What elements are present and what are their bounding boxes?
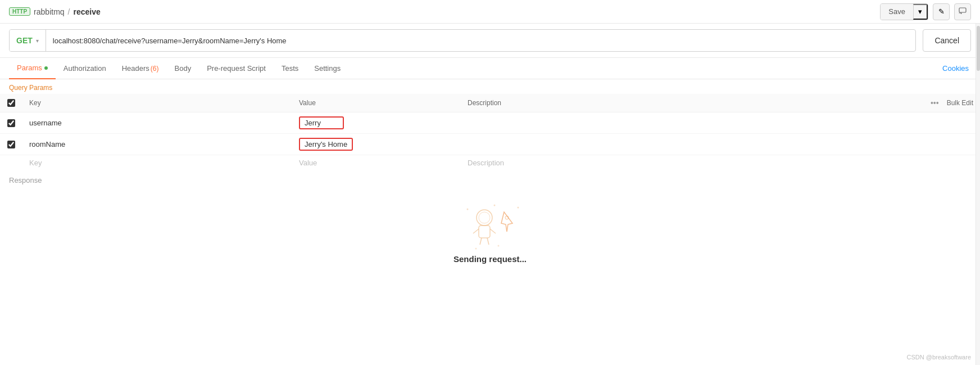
header-actions: Save ▾ ✎ <box>880 3 971 20</box>
tab-headers[interactable]: Headers (6) <box>114 58 167 79</box>
method-text: GET <box>16 36 33 45</box>
tab-pre-request[interactable]: Pre-request Script <box>199 58 274 79</box>
row2-actions-cell <box>913 134 980 155</box>
row1-check-cell <box>0 112 22 134</box>
edit-button[interactable]: ✎ <box>933 3 950 20</box>
row1-value: Jerry <box>299 116 344 129</box>
svg-line-7 <box>487 238 489 245</box>
breadcrumb: HTTP rabbitmq / receive <box>9 7 101 16</box>
col-header-key: Key <box>22 94 292 112</box>
tab-authorization-label: Authorization <box>63 64 106 73</box>
tab-headers-label: Headers <box>122 64 149 73</box>
header-bar: HTTP rabbitmq / receive Save ▾ ✎ <box>0 0 980 24</box>
tab-tests[interactable]: Tests <box>274 58 306 79</box>
headers-badge: (6) <box>151 65 159 73</box>
tab-tests-label: Tests <box>282 64 298 73</box>
table-header-row: Key Value Description ••• Bulk Edit <box>0 94 980 112</box>
query-params-label: Query Params <box>9 84 52 92</box>
footer-text: CSDN @breaksoftware <box>907 354 971 361</box>
method-select[interactable]: GET ▾ <box>10 30 46 51</box>
tab-params-label: Params <box>17 64 42 72</box>
method-arrow-icon: ▾ <box>36 38 39 44</box>
row1-desc-cell <box>461 112 913 134</box>
illustration-area <box>445 198 535 254</box>
row2-desc-cell <box>461 134 913 155</box>
svg-rect-3 <box>479 226 490 238</box>
sending-area: Sending request... <box>0 187 980 272</box>
scrollbar[interactable] <box>976 24 980 365</box>
add-param-row: Key Value Description <box>0 155 980 171</box>
response-section: Response <box>0 170 980 187</box>
add-desc-placeholder: Description <box>468 159 504 167</box>
key-column-label: Key <box>29 99 41 107</box>
project-name: rabbitmq <box>34 7 64 16</box>
svg-rect-0 <box>959 8 966 12</box>
chevron-down-icon: ▾ <box>918 7 922 16</box>
comment-button[interactable] <box>954 3 971 20</box>
svg-point-12 <box>475 248 477 250</box>
breadcrumb-separator: / <box>68 7 70 16</box>
add-value-placeholder: Value <box>299 159 317 167</box>
select-all-checkbox[interactable] <box>7 99 15 107</box>
sending-text: Sending request... <box>453 254 527 264</box>
row1-actions-cell <box>913 112 980 134</box>
sending-illustration <box>445 201 535 251</box>
svg-line-5 <box>490 229 496 233</box>
cancel-button[interactable]: Cancel <box>923 29 971 52</box>
url-input-wrapper: GET ▾ <box>9 29 916 52</box>
save-dropdown-arrow[interactable]: ▾ <box>913 4 928 20</box>
response-label: Response <box>9 176 42 184</box>
col-header-value: Value <box>292 94 461 112</box>
url-input[interactable] <box>46 37 916 45</box>
tabs-list: Params Authorization Headers (6) Body Pr… <box>9 58 348 79</box>
value-column-label: Value <box>299 99 316 107</box>
add-row-actions <box>913 155 980 171</box>
row1-checkbox[interactable] <box>7 119 15 127</box>
scrollbar-thumb[interactable] <box>977 26 980 71</box>
url-bar: GET ▾ Cancel <box>0 24 980 58</box>
endpoint-name: receive <box>73 7 100 16</box>
svg-point-13 <box>498 245 500 247</box>
row2-key: roomName <box>29 140 65 148</box>
col-header-check <box>0 94 22 112</box>
tab-body-label: Body <box>175 64 192 73</box>
three-dots-icon[interactable]: ••• <box>931 98 939 107</box>
table-row: username Jerry <box>0 112 980 134</box>
tab-pre-request-label: Pre-request Script <box>207 64 266 73</box>
params-dot-indicator <box>44 66 48 70</box>
row2-check-cell <box>0 134 22 155</box>
svg-point-9 <box>467 209 469 210</box>
params-table: Key Value Description ••• Bulk Edit <box>0 94 980 170</box>
cookies-link[interactable]: Cookies <box>942 64 971 73</box>
svg-point-10 <box>518 207 519 209</box>
add-row-value[interactable]: Value <box>292 155 461 171</box>
col-header-description: Description <box>461 94 913 112</box>
tab-params[interactable]: Params <box>9 58 56 79</box>
row1-key: username <box>29 119 62 127</box>
add-row-desc[interactable]: Description <box>461 155 913 171</box>
tab-settings[interactable]: Settings <box>306 58 348 79</box>
tab-authorization[interactable]: Authorization <box>56 58 114 79</box>
row2-checkbox[interactable] <box>7 141 15 148</box>
save-button[interactable]: Save <box>881 4 913 20</box>
col-header-actions: ••• Bulk Edit <box>913 94 980 112</box>
tabs-bar: Params Authorization Headers (6) Body Pr… <box>0 58 980 79</box>
row2-value: Jerry's Home <box>299 138 353 151</box>
svg-point-2 <box>479 212 490 223</box>
add-row-key[interactable]: Key <box>22 155 292 171</box>
description-column-label: Description <box>468 99 501 107</box>
row1-value-cell: Jerry <box>292 112 461 134</box>
add-row-check <box>0 155 22 171</box>
http-badge: HTTP <box>9 7 30 16</box>
bulk-edit-button[interactable]: Bulk Edit <box>947 99 973 107</box>
add-key-placeholder: Key <box>29 159 42 167</box>
save-button-group[interactable]: Save ▾ <box>880 3 928 20</box>
svg-line-6 <box>480 238 482 245</box>
svg-point-11 <box>494 205 496 206</box>
query-params-section-header: Query Params <box>0 79 980 94</box>
tab-settings-label: Settings <box>314 64 341 73</box>
svg-line-4 <box>473 229 479 233</box>
tab-body[interactable]: Body <box>167 58 199 79</box>
edit-icon: ✎ <box>938 7 945 16</box>
table-row: roomName Jerry's Home <box>0 134 980 155</box>
